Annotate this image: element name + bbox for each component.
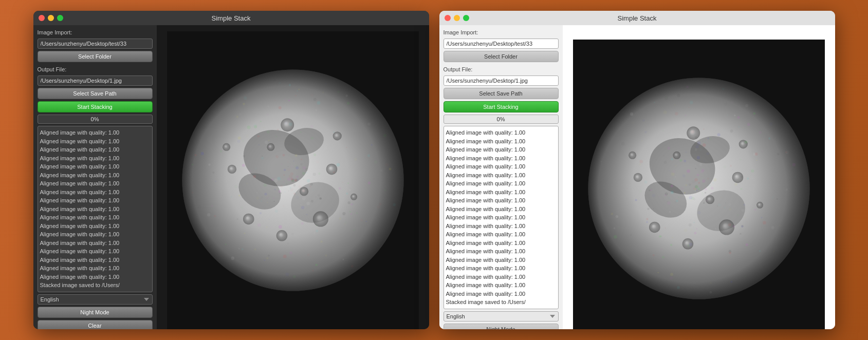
output-path-input-dark[interactable] [38,75,153,86]
log-box-dark[interactable]: Aligned image with quality: 1.00Aligned … [38,126,153,292]
maximize-button-light[interactable] [463,15,469,21]
output-path-input-light[interactable] [444,75,559,86]
language-select-light[interactable]: English [444,311,559,322]
maximize-button-dark[interactable] [57,15,63,21]
start-stacking-button-light[interactable]: Start Stacking [444,101,559,112]
start-stacking-button-dark[interactable]: Start Stacking [38,101,153,112]
select-folder-button-dark[interactable]: Select Folder [38,51,153,62]
title-bar-dark: Simple Stack [33,11,429,25]
window-dark: Simple Stack Image Import: Select Folder… [33,11,429,329]
log-box-light[interactable]: Aligned image with quality: 1.00Aligned … [444,126,559,309]
window-controls-light [445,15,469,21]
preview-panel-light [563,25,835,329]
clear-button-dark[interactable]: Clear [38,320,153,330]
progress-label-light: 0% [497,116,505,122]
image-import-label-dark: Image Import: [38,29,153,35]
window-body-light: Image Import: Select Folder Output File:… [439,25,835,329]
output-file-label-light: Output File: [444,66,559,72]
output-file-label-dark: Output File: [38,66,153,72]
window-title-light: Simple Stack [618,14,657,22]
controls-panel-light: Image Import: Select Folder Output File:… [439,25,563,329]
window-title-dark: Simple Stack [212,14,251,22]
controls-panel-dark: Image Import: Select Folder Output File:… [33,25,157,329]
desktop: Simple Stack Image Import: Select Folder… [0,0,868,340]
minimize-button-light[interactable] [454,15,460,21]
progress-label-dark: 0% [91,116,99,122]
window-controls-dark [39,15,63,21]
folder-path-input-dark[interactable] [38,39,153,49]
close-button-light[interactable] [445,15,451,21]
title-bar-light: Simple Stack [439,11,835,25]
language-select-dark[interactable]: English [38,294,153,305]
image-import-label-light: Image Import: [444,29,559,35]
progress-bar-light: 0% [444,115,559,124]
select-save-button-light[interactable]: Select Save Path [444,88,559,99]
minimize-button-dark[interactable] [48,15,54,21]
progress-bar-dark: 0% [38,115,153,124]
night-mode-button-dark[interactable]: Night Mode [38,307,153,318]
moon-preview-light [573,40,825,329]
close-button-dark[interactable] [39,15,45,21]
window-body-dark: Image Import: Select Folder Output File:… [33,25,429,329]
folder-path-input-light[interactable] [444,39,559,49]
night-mode-button-light[interactable]: Night Mode [444,324,559,330]
preview-panel-dark [157,25,429,329]
select-folder-button-light[interactable]: Select Folder [444,51,559,62]
moon-preview-dark [167,31,419,329]
select-save-button-dark[interactable]: Select Save Path [38,88,153,99]
window-light: Simple Stack Image Import: Select Folder… [439,11,835,329]
